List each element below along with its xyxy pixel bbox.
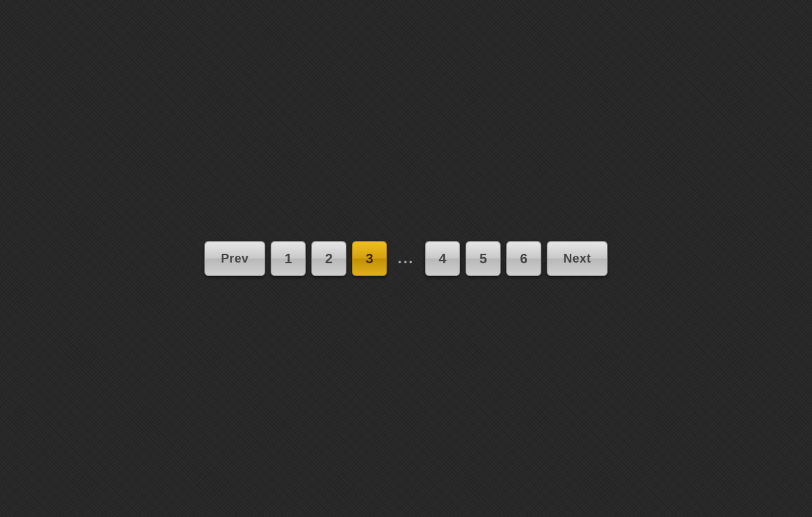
page-2-button[interactable]: 2 bbox=[311, 241, 346, 276]
page-6-button[interactable]: 6 bbox=[506, 241, 541, 276]
next-button[interactable]: Next bbox=[547, 241, 608, 276]
page-5-button[interactable]: 5 bbox=[466, 241, 501, 276]
ellipsis: ... bbox=[392, 250, 420, 267]
prev-button[interactable]: Prev bbox=[204, 241, 265, 276]
page-3-button[interactable]: 3 bbox=[352, 241, 387, 276]
page-4-button[interactable]: 4 bbox=[425, 241, 460, 276]
page-1-button[interactable]: 1 bbox=[271, 241, 306, 276]
pagination: Prev 1 2 3 ... 4 5 6 Next bbox=[204, 241, 608, 276]
